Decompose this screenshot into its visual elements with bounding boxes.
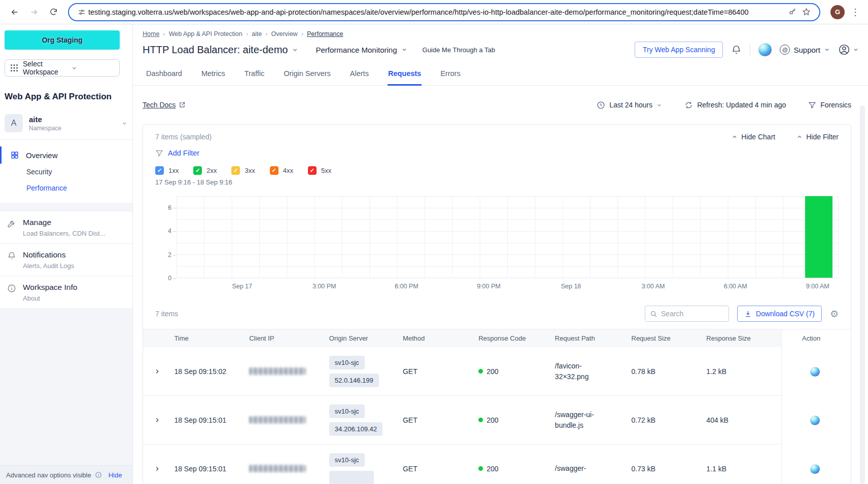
sidebar-item-workspace-info-sub: About xyxy=(23,294,77,302)
checkbox-4xx[interactable]: ✓ xyxy=(270,166,279,175)
legend-item-3xx[interactable]: ✓ 3xx xyxy=(231,166,255,175)
breadcrumb: Home › Web App & API Protection › aite ›… xyxy=(143,30,859,38)
org-staging-button[interactable]: Org Staging xyxy=(5,30,120,50)
performance-monitoring-dropdown[interactable]: Performance Monitoring xyxy=(316,46,407,54)
browser-profile-avatar[interactable]: G xyxy=(830,5,845,19)
support-label: Support xyxy=(793,46,820,54)
workspace-selector[interactable]: Select Workspace xyxy=(5,59,120,77)
url-bar[interactable]: testing.staging.volterra.us/web/workspac… xyxy=(68,3,820,21)
info-icon xyxy=(7,284,16,302)
legend-label-2xx: 2xx xyxy=(206,167,217,174)
action-sphere-icon[interactable] xyxy=(810,416,820,425)
status-class-legend: ✓ 1xx ✓ 2xx ✓ 3xx ✓ 4xx xyxy=(155,166,839,175)
breadcrumb-home[interactable]: Home xyxy=(143,30,159,38)
browser-forward-icon[interactable] xyxy=(26,5,42,20)
cell-request-path: /swagger-ui-bundle.js xyxy=(555,396,632,444)
support-menu[interactable]: @ Support xyxy=(780,45,830,55)
checkbox-3xx[interactable]: ✓ xyxy=(231,166,240,175)
sidebar-item-notifications[interactable]: Notifications Alerts, Audit Logs xyxy=(0,244,132,276)
tab-traffic[interactable]: Traffic xyxy=(244,65,265,85)
tab-dashboard[interactable]: Dashboard xyxy=(146,65,183,85)
requests-bar-chart: 0246 Sep 173:00 PM6:00 PM9:00 PMSep 183:… xyxy=(155,196,839,293)
response-code-value: 200 xyxy=(487,367,498,376)
cell-request-path: /favicon-32×32.png xyxy=(555,347,632,396)
browser-reload-icon[interactable] xyxy=(46,5,61,20)
browser-menu-icon[interactable]: ⋮ xyxy=(851,7,860,18)
action-sphere-icon[interactable] xyxy=(810,367,820,377)
table-row[interactable]: 18 Sep 09:15:01 sv10-sjc 34.206.109.42 G… xyxy=(143,396,851,444)
tech-docs-link[interactable]: Tech Docs xyxy=(143,101,186,109)
hide-advanced-nav-link[interactable]: Hide xyxy=(109,471,122,479)
site-settings-icon[interactable] xyxy=(78,8,86,16)
brand-logo-sphere[interactable] xyxy=(758,43,772,56)
table-row[interactable]: 18 Sep 09:15:01 sv10-sjc GET 200 / xyxy=(143,444,851,484)
cell-response-code: 200 xyxy=(478,396,555,444)
url-text[interactable]: testing.staging.volterra.us/web/workspac… xyxy=(88,8,786,16)
checkbox-5xx[interactable]: ✓ xyxy=(308,166,317,175)
refresh-button[interactable]: Refresh: Updated 4 min ago xyxy=(684,101,786,109)
chevron-right-icon xyxy=(154,465,161,472)
notifications-bell-icon[interactable] xyxy=(731,45,742,55)
legend-item-5xx[interactable]: ✓ 5xx xyxy=(308,166,331,175)
breadcrumb-overview[interactable]: Overview xyxy=(271,30,298,38)
row-expander[interactable] xyxy=(143,444,174,484)
checkbox-1xx[interactable]: ✓ xyxy=(155,166,164,175)
bookmark-star-icon[interactable] xyxy=(802,8,811,16)
legend-item-2xx[interactable]: ✓ 2xx xyxy=(193,166,217,175)
hide-filter-toggle[interactable]: Hide Filter xyxy=(796,133,839,141)
table-row[interactable]: 18 Sep 09:15:02 sv10-sjc 52.0.146.199 GE… xyxy=(143,347,851,396)
hide-chart-label: Hide Chart xyxy=(741,133,775,141)
breadcrumb-waap[interactable]: Web App & API Protection xyxy=(169,30,242,38)
search-icon xyxy=(650,310,657,318)
items-sampled-label: 7 items (sampled) xyxy=(155,133,212,141)
legend-item-1xx[interactable]: ✓ 1xx xyxy=(155,166,179,175)
hide-chart-toggle[interactable]: Hide Chart xyxy=(732,133,775,141)
chart-x-tick-label: 9:00 AM xyxy=(806,283,829,290)
sidebar-item-workspace-info[interactable]: Workspace Info About xyxy=(0,276,132,309)
sidebar-divider xyxy=(0,139,132,140)
tab-alerts[interactable]: Alerts xyxy=(350,65,369,85)
time-range-dropdown[interactable]: Last 24 hours xyxy=(597,101,662,109)
col-response-size: Response Size xyxy=(706,329,781,347)
browser-chrome: testing.staging.volterra.us/web/workspac… xyxy=(0,0,868,24)
cell-time: 18 Sep 09:15:01 xyxy=(174,444,249,484)
tab-errors[interactable]: Errors xyxy=(440,65,461,85)
sidebar-item-manage[interactable]: Manage Load Balancers, CDN Dist... xyxy=(0,211,132,244)
table-settings-gear-icon[interactable]: ⚙ xyxy=(830,309,839,319)
forensics-button[interactable]: Forensics xyxy=(808,101,851,109)
origin-site-pill: sv10-sjc xyxy=(329,356,365,369)
user-account-menu[interactable] xyxy=(838,44,859,56)
legend-item-4xx[interactable]: ✓ 4xx xyxy=(270,166,293,175)
client-ip-redacted xyxy=(249,416,306,424)
page-title[interactable]: HTTP Load Balancer: aite-demo xyxy=(143,44,298,56)
row-expander[interactable] xyxy=(143,396,174,444)
breadcrumb-performance[interactable]: Performance xyxy=(307,30,343,38)
password-key-icon[interactable] xyxy=(788,8,797,16)
search-input[interactable] xyxy=(661,310,717,318)
checkbox-2xx[interactable]: ✓ xyxy=(193,166,202,175)
col-method: Method xyxy=(403,329,478,347)
tab-requests[interactable]: Requests xyxy=(388,65,422,86)
tab-origin-servers[interactable]: Origin Servers xyxy=(283,65,331,85)
cell-response-code: 200 xyxy=(478,444,555,484)
sidebar-item-security[interactable]: Security xyxy=(0,164,132,180)
guide-me-link[interactable]: Guide Me Through a Tab xyxy=(423,46,495,54)
breadcrumb-namespace[interactable]: aite xyxy=(252,30,262,38)
origin-ip-pill: 52.0.146.199 xyxy=(329,374,379,387)
workspace-selector-label: Select Workspace xyxy=(23,60,66,76)
sidebar-item-performance[interactable]: Performance xyxy=(0,180,132,196)
add-filter-button[interactable]: Add Filter xyxy=(155,149,839,157)
try-web-app-scanning-button[interactable]: Try Web App Scanning xyxy=(635,42,723,58)
row-expander[interactable] xyxy=(143,347,174,396)
page-scrollbar[interactable] xyxy=(860,105,865,484)
chart-bar-2xx[interactable] xyxy=(805,196,832,278)
chart-time-window-label: 17 Sep 9:16 - 18 Sep 9:16 xyxy=(155,178,839,186)
tab-metrics[interactable]: Metrics xyxy=(201,65,226,85)
download-csv-button[interactable]: Download CSV (7) xyxy=(737,306,822,322)
action-sphere-icon[interactable] xyxy=(810,464,820,474)
namespace-selector[interactable]: A aite Namespace xyxy=(5,114,128,132)
legend-label-5xx: 5xx xyxy=(321,167,331,174)
sidebar-item-overview[interactable]: Overview xyxy=(0,146,132,164)
cell-origin-server: sv10-sjc 34.206.109.42 xyxy=(329,396,403,444)
browser-back-icon[interactable] xyxy=(7,5,22,20)
